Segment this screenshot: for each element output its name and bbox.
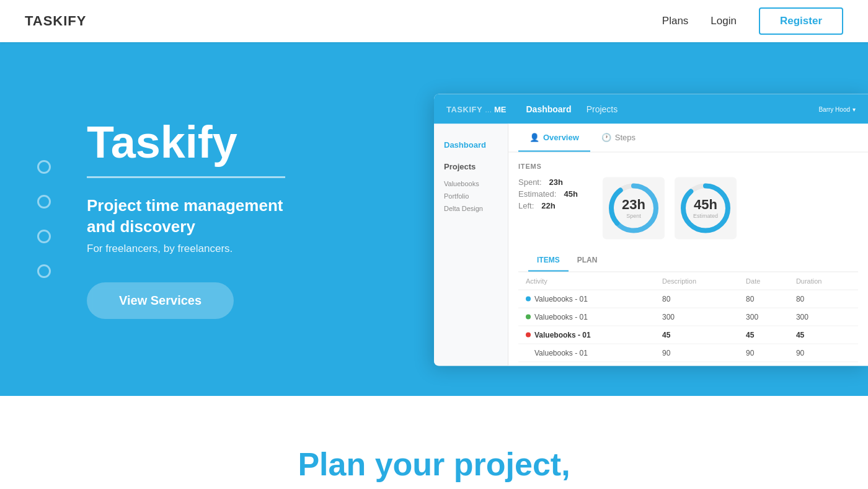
table-row: Valuebooks - 01 50 50 50 — [518, 362, 858, 366]
cell-description: 90 — [655, 344, 738, 362]
cell-duration: 90 — [789, 344, 858, 362]
stats-row: Spent: 23h Estimated: 45h Left: 22h — [518, 177, 858, 240]
table-row: Valuebooks - 01 80 80 80 — [518, 290, 858, 308]
empty-dot — [526, 351, 531, 356]
cell-duration: 300 — [789, 308, 858, 326]
donut-estimated-label: Estimated — [693, 213, 718, 219]
stat-spent-val: 23h — [549, 177, 563, 187]
hero-left-content: Taskify Project time managementand disco… — [87, 119, 285, 318]
donut-spent: 23h Spent — [603, 177, 665, 240]
cell-date: 45 — [738, 326, 789, 344]
stat-estimated: Estimated: 45h — [518, 189, 593, 199]
app-main-tabs: 👤 Overview 🕐 Steps — [508, 124, 868, 153]
hero-circle-1 — [37, 160, 51, 174]
chevron-down-icon: ▾ — [852, 105, 856, 112]
bottom-section: Plan your project, — [0, 396, 868, 489]
stat-spent: Spent: 23h — [518, 177, 593, 187]
cell-duration: 50 — [789, 362, 858, 366]
navbar: TASKIFY Plans Login Register — [0, 0, 868, 42]
stats-text: Spent: 23h Estimated: 45h Left: 22h — [518, 177, 593, 213]
donut-estimated: 45h Estimated — [675, 177, 737, 240]
nav-login-link[interactable]: Login — [711, 15, 737, 27]
table-row: Valuebooks - 01 45 45 45 — [518, 326, 858, 344]
app-brand: TASKIFY — [446, 104, 482, 114]
app-topbar: TASKIFY ... ME Dashboard Projects Barry … — [434, 94, 868, 124]
table-tab-items[interactable]: ITEMS — [528, 249, 569, 272]
hero-underline — [87, 176, 285, 178]
app-me: ME — [494, 104, 507, 114]
nav-plans-link[interactable]: Plans — [662, 15, 689, 27]
topbar-dashboard-link[interactable]: Dashboard — [526, 104, 572, 114]
app-main-content: 👤 Overview 🕐 Steps ITEMS — [508, 124, 868, 366]
nav-register-button[interactable]: Register — [759, 7, 843, 35]
sidebar-sub-portfolio[interactable]: Portfolio — [434, 190, 508, 202]
hero-title: Taskify — [87, 119, 285, 166]
nav-logo: TASKIFY — [25, 13, 86, 29]
donut-spent-value: 23h — [622, 198, 645, 212]
hero-section: Taskify Project time managementand disco… — [0, 42, 868, 396]
cell-duration: 45 — [789, 326, 858, 344]
col-duration: Duration — [789, 272, 858, 290]
topbar-projects-link[interactable]: Projects — [587, 104, 618, 114]
hero-subtitle: Project time managementand discovery — [87, 195, 285, 238]
blue-dot — [526, 297, 531, 302]
table-tabs: ITEMS PLAN — [518, 249, 858, 272]
red-dot — [526, 333, 531, 338]
cell-date: 90 — [738, 344, 789, 362]
stat-left: Left: 22h — [518, 201, 593, 210]
app-body: Dashboard Projects Valuebooks Portfolio … — [434, 124, 868, 366]
stat-estimated-val: 45h — [564, 189, 577, 199]
cell-description: 50 — [655, 362, 738, 366]
tab-steps-label: Steps — [615, 133, 636, 142]
sidebar-sub-valuebooks[interactable]: Valuebooks — [434, 177, 508, 190]
app-dots: ... — [485, 104, 492, 114]
cell-activity: Valuebooks - 01 — [518, 290, 655, 308]
tab-overview[interactable]: 👤 Overview — [518, 124, 590, 152]
cell-date: 300 — [738, 308, 789, 326]
col-date: Date — [738, 272, 789, 290]
items-label: ITEMS — [518, 163, 858, 170]
donut-spent-inner: 23h Spent — [622, 198, 645, 219]
table-tab-plan[interactable]: PLAN — [569, 249, 606, 272]
app-overview-content: ITEMS Spent: 23h Estimated: 45h — [508, 153, 868, 366]
sidebar-item-dashboard[interactable]: Dashboard — [434, 134, 508, 156]
col-activity: Activity — [518, 272, 655, 290]
hero-description: For freelancers, by freelancers. — [87, 243, 285, 255]
col-description: Description — [655, 272, 738, 290]
cell-description: 45 — [655, 326, 738, 344]
view-services-button[interactable]: View Services — [87, 282, 234, 319]
green-dot — [526, 315, 531, 320]
sidebar-item-projects[interactable]: Projects — [434, 156, 508, 177]
donut-estimated-value: 45h — [693, 198, 718, 212]
stat-estimated-label: Estimated: — [518, 189, 556, 199]
cell-activity: Valuebooks - 01 — [518, 344, 655, 362]
donut-spent-label: Spent — [622, 213, 645, 219]
app-sidebar: Dashboard Projects Valuebooks Portfolio … — [434, 124, 508, 366]
hero-circles-decoration — [37, 160, 51, 278]
cell-description: 80 — [655, 290, 738, 308]
activity-table: Activity Description Date Duration Value… — [518, 272, 858, 366]
bottom-title: Plan your project, — [0, 446, 868, 483]
app-username: Barry Hood — [818, 105, 850, 112]
cell-date: 50 — [738, 362, 789, 366]
hero-circle-4 — [37, 264, 51, 278]
cell-activity: Valuebooks - 01 — [518, 326, 655, 344]
hero-circle-2 — [37, 195, 51, 209]
cell-description: 300 — [655, 308, 738, 326]
app-topbar-nav: Dashboard Projects — [526, 104, 819, 114]
nav-links: Plans Login Register — [662, 7, 843, 35]
stat-spent-label: Spent: — [518, 177, 542, 187]
hero-circle-3 — [37, 230, 51, 243]
sidebar-sub-delta[interactable]: Delta Design — [434, 202, 508, 215]
stat-left-val: 22h — [541, 201, 555, 210]
clock-icon: 🕐 — [601, 133, 611, 142]
cell-duration: 80 — [789, 290, 858, 308]
cell-date: 80 — [738, 290, 789, 308]
app-user: Barry Hood ▾ — [818, 105, 856, 112]
cell-activity: Valuebooks - 01 — [518, 362, 655, 366]
table-row: Valuebooks - 01 90 90 90 — [518, 344, 858, 362]
table-row: Valuebooks - 01 300 300 300 — [518, 308, 858, 326]
tab-overview-label: Overview — [543, 133, 579, 142]
tab-steps[interactable]: 🕐 Steps — [590, 124, 647, 152]
donut-estimated-inner: 45h Estimated — [693, 198, 718, 219]
